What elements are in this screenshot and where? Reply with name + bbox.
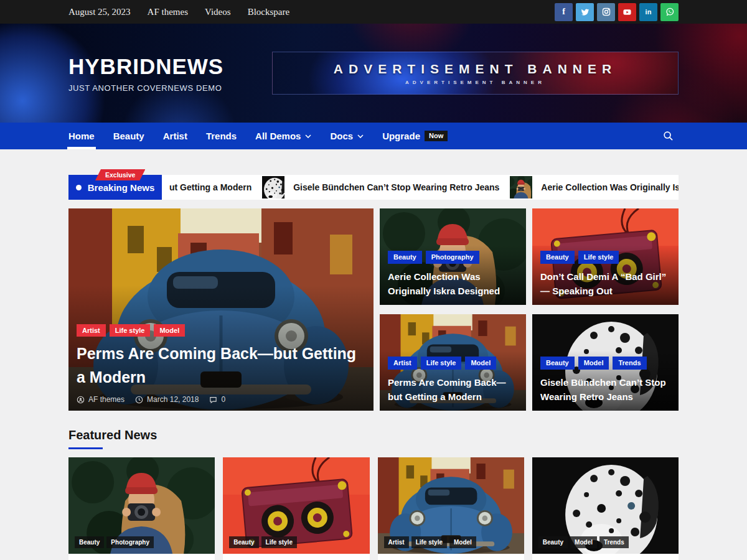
tag-artist[interactable]: Artist [77, 324, 106, 337]
topbar: August 25, 2023 AF themes Videos Blocksp… [0, 0, 747, 24]
tag-model[interactable]: Model [578, 357, 609, 369]
topbar-link-afthemes[interactable]: AF themes [148, 7, 188, 17]
ad-banner-line2: ADVERTISEMENT BANNER [405, 80, 545, 85]
twitter-icon[interactable] [576, 3, 594, 21]
grid-post-aerie[interactable]: Beauty Photography Aerie Collection Was … [380, 208, 526, 305]
social-links: f in [555, 3, 679, 21]
hero-post[interactable]: Artist Life style Model Perms Are Coming… [68, 208, 374, 411]
topbar-date: August 25, 2023 [68, 7, 131, 17]
site-header: HYBRIDNEWS JUST ANOTHER COVERNEWS DEMO A… [0, 24, 747, 123]
exclusive-ribbon: Exclusive [95, 169, 145, 180]
tag-trends[interactable]: Trends [599, 536, 629, 548]
nav-item-docs[interactable]: Docs [330, 123, 364, 149]
advertisement-banner[interactable]: ADVERTISEMENT BANNER ADVERTISEMENT BANNE… [272, 52, 679, 95]
search-button[interactable] [663, 131, 674, 141]
tag-beauty[interactable]: Beauty [540, 251, 575, 263]
tag-beauty[interactable]: Beauty [388, 251, 422, 263]
whatsapp-icon[interactable] [660, 3, 679, 21]
post-title[interactable]: Gisele Bündchen Can’t Stop Wearing Retro… [540, 375, 670, 404]
topbar-link-blockspare[interactable]: Blockspare [248, 7, 289, 17]
photographer-thumb [510, 176, 532, 198]
post-title[interactable]: Don’t Call Demi A “Bad Girl” — Speaking … [540, 269, 670, 299]
heading-accent [68, 447, 103, 449]
featured-card[interactable]: Beauty Photography [68, 457, 215, 560]
youtube-icon[interactable] [618, 3, 636, 21]
linkedin-icon[interactable]: in [639, 3, 657, 21]
tag-artist[interactable]: Artist [388, 357, 417, 369]
now-badge: Now [425, 131, 448, 141]
search-icon [663, 131, 674, 141]
grid-post-demi[interactable]: Beauty Life style Don’t Call Demi A “Bad… [532, 208, 679, 305]
tag-lifestyle[interactable]: Life style [110, 324, 151, 337]
clock-icon [135, 396, 143, 404]
featured-news-section: Featured News Beauty Photography [68, 428, 679, 560]
ticker-track: ut Getting a Modern Gisele Bündchen Can’… [162, 175, 679, 200]
author-icon [77, 396, 85, 404]
featured-card[interactable]: Artist Life style Model [378, 457, 524, 560]
tag-model[interactable]: Model [465, 357, 496, 369]
tag-photography[interactable]: Photography [426, 251, 479, 263]
comment-icon [209, 396, 217, 404]
post-title[interactable]: Aerie Collection Was Originally Iskra De… [388, 269, 518, 299]
post-title[interactable]: Perms Are Coming Back—but Getting a Mode… [388, 375, 518, 404]
site-title: HYBRIDNEWS [68, 54, 223, 79]
nav-item-beauty[interactable]: Beauty [113, 123, 144, 149]
main-navigation: Home Beauty Artist Trends All Demos Docs… [0, 123, 747, 149]
grid-post-perms[interactable]: Artist Life style Model Perms Are Coming… [380, 314, 526, 411]
tag-lifestyle[interactable]: Life style [421, 357, 462, 369]
tag-lifestyle[interactable]: Life style [578, 251, 619, 263]
tag-photography[interactable]: Photography [106, 536, 154, 548]
bullet-dot-icon [76, 185, 82, 190]
chevron-down-icon [305, 134, 311, 138]
tag-artist[interactable]: Artist [384, 536, 409, 548]
chevron-down-icon [357, 134, 364, 138]
post-author: AF themes [77, 395, 125, 404]
nav-item-artist[interactable]: Artist [163, 123, 187, 149]
ad-banner-line1: ADVERTISEMENT BANNER [334, 62, 617, 77]
breaking-news-ticker: Exclusive Breaking News ut Getting a Mod… [68, 175, 679, 200]
ticker-item[interactable]: ut Getting a Modern [169, 182, 251, 192]
post-date: March 12, 2018 [135, 395, 199, 404]
tag-lifestyle[interactable]: Life style [411, 536, 447, 548]
tag-beauty[interactable]: Beauty [540, 357, 575, 369]
tag-trends[interactable]: Trends [613, 357, 646, 369]
facebook-icon[interactable]: f [555, 3, 573, 21]
featured-card[interactable]: Beauty Life style [223, 457, 369, 560]
dalmatian-thumb [262, 176, 284, 198]
grid-post-gisele[interactable]: Beauty Model Trends Gisele Bündchen Can’… [532, 314, 679, 411]
nav-item-trends[interactable]: Trends [206, 123, 237, 149]
tag-model[interactable]: Model [154, 324, 185, 337]
tag-beauty[interactable]: Beauty [75, 536, 104, 548]
nav-item-all-demos[interactable]: All Demos [255, 123, 311, 149]
section-heading: Featured News [68, 428, 679, 442]
ticker-item[interactable]: Aerie Collection Was Originally Iskra De… [510, 176, 679, 198]
hero-post-title[interactable]: Perms Are Coming Back—but Getting a Mode… [77, 342, 365, 389]
tag-lifestyle[interactable]: Life style [261, 536, 297, 548]
site-logo[interactable]: HYBRIDNEWS JUST ANOTHER COVERNEWS DEMO [68, 54, 223, 93]
instagram-icon[interactable] [597, 3, 615, 21]
nav-item-home[interactable]: Home [68, 123, 95, 149]
tag-beauty[interactable]: Beauty [538, 536, 568, 548]
tag-model[interactable]: Model [570, 536, 597, 548]
site-tagline: JUST ANOTHER COVERNEWS DEMO [68, 83, 223, 93]
tag-beauty[interactable]: Beauty [229, 536, 258, 548]
tag-model[interactable]: Model [449, 536, 476, 548]
topbar-link-videos[interactable]: Videos [205, 7, 231, 17]
featured-card[interactable]: Beauty Model Trends [532, 457, 679, 560]
nav-item-upgrade[interactable]: UpgradeNow [382, 123, 448, 149]
post-comments: 0 [209, 395, 225, 404]
ticker-item[interactable]: Gisele Bündchen Can’t Stop Wearing Retro… [262, 176, 499, 198]
